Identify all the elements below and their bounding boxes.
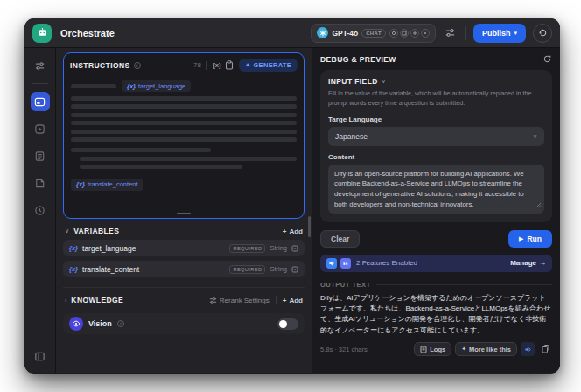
capability-icon	[410, 29, 419, 38]
logs-icon	[420, 346, 427, 354]
skeleton-line	[71, 148, 211, 152]
copy-icon[interactable]	[538, 342, 552, 356]
model-settings-icon[interactable]	[443, 25, 458, 41]
more-like-this-button[interactable]: ✦ More like this	[455, 342, 517, 356]
copy-prompt-icon[interactable]	[225, 60, 234, 70]
capability-icon	[400, 29, 409, 38]
refresh-icon[interactable]	[542, 54, 552, 64]
variable-row[interactable]: {x} target_language REQUIRED String	[63, 240, 304, 256]
model-selector[interactable]: GPT-4o CHAT	[311, 24, 436, 43]
skeleton-line	[71, 137, 297, 142]
sidebar-item-annotation[interactable]	[31, 173, 50, 192]
output-stats: 5.8s · 321 chars	[320, 346, 368, 354]
resize-handle[interactable]	[177, 213, 191, 214]
required-badge: REQUIRED	[229, 265, 265, 274]
skeleton-line	[71, 113, 297, 117]
play-icon: ▶	[519, 235, 523, 242]
variable-row[interactable]: {x} translate_content REQUIRED String	[63, 261, 304, 277]
features-bar[interactable]: 2 Features Enabled Manage →	[320, 255, 552, 272]
instructions-card: INSTRUCTIONS i 78 {x} ✦ GENERATE	[63, 52, 304, 219]
sparkle-icon: ✦	[245, 61, 251, 69]
chevron-right-icon[interactable]: ›	[65, 298, 66, 304]
divider	[466, 26, 466, 40]
vision-feature-row: Vision i	[63, 313, 304, 334]
skeleton-line	[71, 104, 297, 108]
divider	[63, 287, 304, 288]
eye-icon	[69, 317, 83, 331]
speaker-feature-icon	[326, 258, 337, 269]
input-field-card: INPUT FIELD ∨ Fill in the value of the v…	[320, 70, 552, 222]
info-icon: i	[117, 320, 124, 327]
target-language-select[interactable]: Japanese ∨	[328, 127, 544, 146]
variable-chip-target-language[interactable]: {x}target_language	[122, 80, 191, 92]
history-icon	[538, 28, 548, 38]
generate-button[interactable]: ✦ GENERATE	[239, 59, 298, 72]
variable-type: String	[270, 265, 287, 273]
model-mode-badge: CHAT	[361, 29, 386, 38]
divider	[276, 296, 276, 304]
manage-features-button[interactable]: Manage →	[510, 259, 546, 267]
prompt-editor[interactable]: {x}target_language {x}translate_content	[64, 75, 304, 195]
content-label: Content	[328, 153, 544, 161]
page-title: Orchestrate	[60, 28, 115, 38]
sidebar-item-orchestrate[interactable]	[31, 92, 50, 111]
variables-header: ∨ VARIABLES + Add	[63, 227, 304, 235]
logs-button[interactable]: Logs	[414, 342, 452, 356]
output-text: Difyは、AIアプリケーションを構築するためのオープンソースプラットフォームで…	[320, 293, 552, 337]
orchestrate-panel: INSTRUCTIONS i 78 {x} ✦ GENERATE	[56, 48, 312, 373]
add-knowledge-button[interactable]: + Add	[283, 297, 303, 304]
sidebar	[24, 48, 56, 373]
app-window: Orchestrate GPT-4o CHAT	[24, 18, 560, 374]
variables-title: VARIABLES	[74, 227, 119, 235]
app-header: Orchestrate GPT-4o CHAT	[24, 18, 560, 48]
string-type-icon	[291, 266, 298, 273]
model-name: GPT-4o	[332, 29, 358, 38]
sidebar-item-preview[interactable]	[31, 119, 50, 138]
capability-icon	[421, 29, 430, 38]
divider	[206, 61, 207, 70]
required-badge: REQUIRED	[229, 244, 265, 253]
plus-icon: +	[283, 228, 287, 235]
run-button[interactable]: ▶ Run	[508, 230, 552, 248]
rerank-settings-button[interactable]: Rerank Settings	[209, 297, 270, 304]
input-field-title: INPUT FIELD	[328, 77, 378, 86]
target-language-label: Targe Language	[328, 116, 544, 123]
sidebar-item-logs[interactable]	[31, 146, 50, 165]
add-variable-button[interactable]: + Add	[283, 228, 303, 235]
variable-chip-translate-content[interactable]: {x}translate_content	[71, 178, 144, 191]
rerank-icon	[209, 297, 217, 304]
skeleton-line	[71, 130, 297, 134]
vision-label: Vision	[88, 319, 112, 328]
speaker-icon[interactable]	[521, 342, 535, 356]
output-text-title: OUTPUT TEXT	[320, 281, 371, 289]
content-textarea[interactable]: Dify is an open-source platform for buil…	[328, 164, 544, 214]
clear-button[interactable]: Clear	[320, 230, 360, 248]
plus-icon: +	[283, 297, 287, 304]
skeleton-line	[71, 121, 297, 125]
skeleton-line	[80, 164, 242, 169]
chevron-down-icon[interactable]: ∨	[382, 78, 386, 85]
publish-button[interactable]: Publish ▾	[473, 24, 526, 43]
debug-title: DEBUG & PREVIEW	[320, 55, 396, 64]
divider	[32, 83, 48, 84]
model-provider-icon	[317, 27, 328, 38]
sparkle-icon: ✦	[461, 346, 466, 353]
preferences-sliders-icon[interactable]	[31, 56, 50, 75]
chevron-down-icon[interactable]: ∨	[65, 228, 69, 234]
debug-panel: DEBUG & PREVIEW INPUT FIELD ∨ Fill in th…	[312, 48, 560, 373]
chevron-down-icon: ▾	[514, 30, 517, 37]
skeleton-line	[71, 84, 116, 88]
variable-icon: {x}	[69, 244, 78, 252]
features-enabled-label: 2 Features Enabled	[356, 259, 417, 267]
textarea-resize-icon[interactable]	[536, 195, 542, 211]
insert-variable-icon[interactable]: {x}	[213, 61, 221, 69]
citation-feature-icon	[340, 258, 351, 269]
sidebar-item-monitoring[interactable]	[31, 200, 50, 220]
version-history-button[interactable]	[533, 24, 552, 43]
collapse-panel-icon[interactable]	[31, 346, 50, 366]
vision-toggle[interactable]	[277, 318, 298, 330]
scrollbar-thumb[interactable]	[308, 216, 311, 237]
knowledge-title: KNOWLEDGE	[71, 296, 123, 304]
instructions-title: INSTRUCTIONS	[70, 61, 130, 70]
app-logo-robot-icon[interactable]	[32, 24, 52, 43]
